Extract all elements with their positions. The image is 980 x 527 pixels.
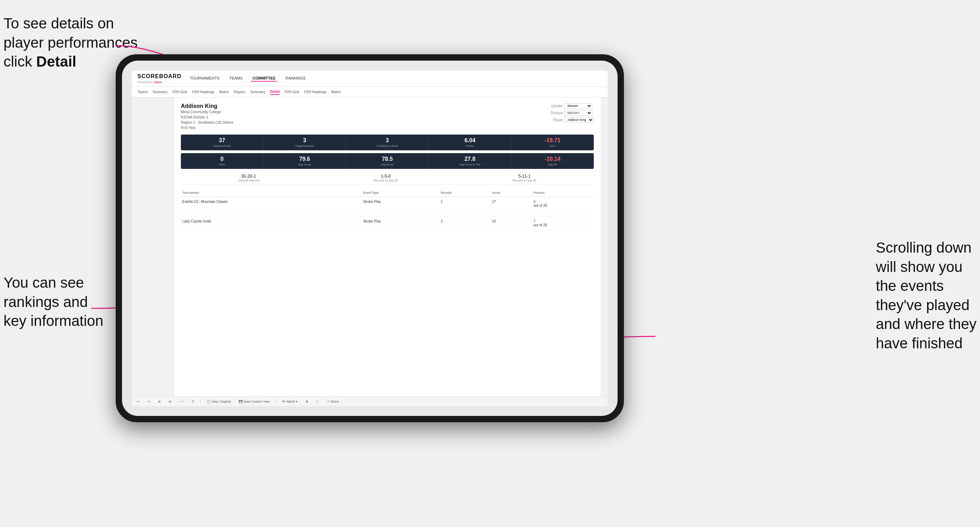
stat-label-sos: SoS: [513, 144, 592, 148]
annotation-bottom-right: Scrolling down will show you the events …: [876, 238, 977, 353]
subnav-h2h-heatmap2[interactable]: H2H Heatmap: [304, 89, 326, 95]
tablet-screen: SCOREBOARD Powered by clippd TOURNAMENTS…: [132, 70, 608, 406]
stat-value-sos: -19.71: [513, 137, 592, 144]
toolbar-zoom-in[interactable]: ⊕: [167, 399, 173, 404]
stat-label-conference-rank: Conference Rank: [348, 144, 427, 148]
stat-label-points: Points: [430, 144, 510, 148]
subnav-summary2[interactable]: Summary: [250, 89, 265, 95]
cell-event-type-3: Stroke Play: [362, 217, 439, 230]
toolbar-redo[interactable]: ↪: [146, 399, 152, 404]
stat-points: 6.04 Points: [429, 135, 511, 150]
cell-position-2: [532, 211, 594, 217]
toolbar-timer[interactable]: ⏱: [189, 399, 196, 404]
stat-value-avg-sg: -10.14: [513, 156, 592, 162]
stat-value-wins: 0: [182, 156, 262, 162]
division-select[interactable]: NJCAA I: [564, 110, 592, 116]
toolbar-save-custom-view[interactable]: 💾 Save Custom View: [237, 399, 272, 404]
subnav-h2h-grid2[interactable]: H2H Grid: [285, 89, 299, 95]
col-rounds: Rounds: [439, 189, 490, 197]
toolbar-share[interactable]: ↗ Share: [325, 399, 341, 404]
toolbar-screen[interactable]: 🖥: [304, 399, 310, 404]
stat-adj-score: 78.5 Adj Score: [346, 153, 429, 169]
player-year: First Year: [181, 125, 234, 130]
subnav-matrix2[interactable]: Matrix: [331, 89, 341, 95]
records-row: 91-20-1 Overall Record 1-5-0 Record vs t…: [181, 172, 594, 185]
stat-avg-score: 79.6 Avg Score: [264, 153, 346, 169]
nav-teams[interactable]: TEAMS: [228, 75, 244, 82]
player-info: Addison King Mesa Community College NJCA…: [181, 103, 234, 130]
subnav-h2h-grid[interactable]: H2H Grid: [172, 89, 187, 95]
player-select[interactable]: Addison King: [564, 117, 594, 123]
record-overall: 91-20-1 Overall Record: [238, 174, 259, 182]
nav-tournaments[interactable]: TOURNAMENTS: [189, 75, 221, 82]
toolbar-zoom-controls[interactable]: – +: [177, 399, 185, 404]
sub-navigation: Teams Summary H2H Grid H2H Heatmap Matri…: [132, 87, 608, 97]
toolbar-expand[interactable]: ⤢: [314, 399, 321, 404]
content-area: Addison King Mesa Community College NJCA…: [132, 97, 608, 406]
stat-label-avg-score: Avg Score: [265, 163, 345, 166]
stat-label-avg-score-par: Avg Score to Par: [430, 163, 510, 166]
stat-avg-sg: -10.14 Avg SG: [511, 153, 594, 169]
cell-score-1: 17: [491, 197, 532, 211]
subnav-matrix[interactable]: Matrix: [219, 89, 229, 95]
player-header: Addison King Mesa Community College NJCA…: [181, 103, 594, 130]
gender-label: Gender: [547, 104, 563, 108]
cell-rounds-3: 2: [439, 217, 490, 230]
toolbar-separator-2: [276, 399, 276, 404]
annotation-detail-bold: Detail: [36, 53, 76, 70]
top-navigation: SCOREBOARD Powered by clippd TOURNAMENTS…: [132, 70, 608, 87]
subnav-detail[interactable]: Detail: [270, 89, 280, 95]
subnav-teams[interactable]: Teams: [137, 89, 148, 95]
toolbar-zoom-out[interactable]: ⊕: [156, 399, 162, 404]
stat-value-adj-score: 78.5: [348, 156, 427, 162]
table-row: [181, 211, 594, 217]
bottom-toolbar: ↩ ↪ ⊕ ⊕ – + ⏱ 📋 View: Original 💾 Save Cu…: [132, 396, 608, 406]
nav-rankings[interactable]: RANKINGS: [284, 75, 307, 82]
record-top25-value: 1-5-0: [374, 174, 398, 179]
cell-position-3: 7out of 20: [532, 217, 594, 230]
stat-label-adj-score: Adj Score: [348, 163, 427, 166]
record-overall-value: 91-20-1: [238, 174, 259, 179]
subnav-h2h-heatmap[interactable]: H2H Heatmap: [192, 89, 214, 95]
cell-tournament-1: Estella CC- Mountain Classic: [181, 197, 362, 211]
col-score: Score: [491, 189, 532, 197]
stat-regional-rank: 3 Regional Rank: [264, 135, 346, 150]
stat-value-points: 6.04: [430, 137, 510, 144]
toolbar-undo[interactable]: ↩: [135, 399, 142, 404]
table-header: Tournament Event Type Rounds Score Posit…: [181, 189, 594, 197]
main-content: Addison King Mesa Community College NJCA…: [174, 97, 601, 406]
toolbar-view-original[interactable]: 📋 View: Original: [205, 399, 233, 404]
logo-sub: Powered by clippd: [137, 79, 181, 84]
stat-value-conference-rank: 3: [348, 137, 427, 144]
nav-committee[interactable]: COMMITTEE: [251, 75, 277, 82]
player-name: Addison King: [181, 103, 234, 110]
right-sidebar: [601, 97, 608, 406]
record-top50-label: Record vs top 50: [512, 179, 536, 182]
stat-conference-rank: 3 Conference Rank: [346, 135, 429, 150]
player-controls: Gender Women Division NJCAA I: [547, 103, 594, 130]
table-row: Lady Coyote Invite Stroke Play 2 16 7out…: [181, 217, 594, 230]
subnav-players[interactable]: Players: [234, 89, 245, 95]
player-college: Mesa Community College: [181, 110, 234, 114]
gender-control: Gender Women: [547, 103, 594, 109]
stats-row-1: 37 National Rank 3 Regional Rank 3 Confe…: [181, 135, 594, 150]
annotation-top-left: To see details on player performances cl…: [3, 14, 138, 71]
toolbar-separator: [200, 399, 201, 404]
table-body: Estella CC- Mountain Classic Stroke Play…: [181, 197, 594, 230]
main-nav-items: TOURNAMENTS TEAMS COMMITTEE RANKINGS: [189, 75, 307, 82]
left-sidebar: [132, 97, 174, 406]
stat-label-regional-rank: Regional Rank: [265, 144, 345, 148]
logo: SCOREBOARD Powered by clippd: [137, 73, 181, 84]
col-position: Position: [532, 189, 594, 197]
record-overall-label: Overall Record: [238, 179, 259, 182]
stats-row-2: 0 Wins 79.6 Avg Score 78.5 Adj Score 2: [181, 153, 594, 169]
player-region: Region 1 - Southwest (18) District: [181, 120, 234, 125]
gender-select[interactable]: Women: [564, 103, 592, 109]
subnav-summary[interactable]: Summary: [153, 89, 167, 95]
stat-label-avg-sg: Avg SG: [513, 163, 592, 166]
toolbar-watch[interactable]: 👁 Watch ▾: [280, 399, 299, 404]
cell-event-type-2: [362, 211, 439, 217]
record-top50: 5-11-1 Record vs top 50: [512, 174, 536, 182]
division-label: Division: [547, 111, 563, 115]
logo-text: SCOREBOARD: [137, 73, 181, 79]
